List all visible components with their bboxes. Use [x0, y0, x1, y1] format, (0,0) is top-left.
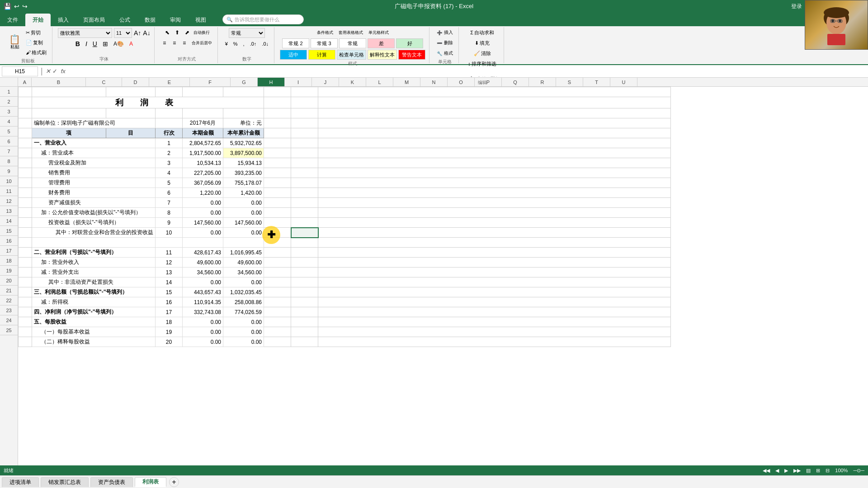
cell-G4[interactable]: [264, 118, 291, 128]
cell-F23[interactable]: 774,026.59: [223, 307, 264, 317]
cell-A1[interactable]: [19, 87, 32, 97]
col-header-D[interactable]: D: [122, 78, 149, 86]
row-num-24[interactable]: 24: [0, 315, 18, 325]
cell-F25[interactable]: 0.00: [223, 327, 264, 337]
cell-A3[interactable]: [19, 108, 32, 118]
cell-H10[interactable]: [291, 178, 318, 188]
cell-I4[interactable]: [318, 118, 671, 128]
cell-F7[interactable]: 3,897,500.00: [223, 148, 264, 158]
cell-rest10[interactable]: [318, 178, 671, 188]
cell-H12[interactable]: [291, 198, 318, 208]
cell-F3[interactable]: [223, 108, 264, 118]
cell-D25[interactable]: 19: [156, 327, 183, 337]
cell-E21[interactable]: 443,657.43: [183, 287, 223, 297]
row-num-17[interactable]: 17: [0, 246, 18, 256]
row-num-9[interactable]: 9: [0, 166, 18, 176]
cell-B1[interactable]: [32, 87, 106, 97]
scroll-left-one-btn[interactable]: ◀: [775, 468, 779, 474]
cell-rest11[interactable]: [318, 188, 671, 198]
explain-style[interactable]: 解释性文本: [368, 50, 397, 60]
cell-rest6[interactable]: [318, 138, 671, 148]
cell-rest8[interactable]: [318, 158, 671, 168]
cell-I2[interactable]: [318, 97, 671, 108]
table-format-btn[interactable]: 套用表格格式: [337, 28, 365, 37]
neutral-style[interactable]: 适中: [280, 50, 307, 60]
cell-A25[interactable]: [19, 327, 32, 337]
cell-B14[interactable]: 投资收益（损失以"-"号填列）: [32, 218, 156, 228]
cell-B13[interactable]: 加：公允价值变动收益(损失以"-"号填列）: [32, 208, 156, 218]
login-label[interactable]: 登录: [791, 3, 802, 10]
cell-G17[interactable]: [264, 248, 291, 258]
border-btn[interactable]: ⊞: [101, 39, 110, 48]
col-header-K[interactable]: K: [339, 78, 366, 86]
scroll-right-btn[interactable]: ▶▶: [793, 468, 801, 474]
cell-A2[interactable]: [19, 97, 32, 108]
cell-H17[interactable]: [291, 248, 318, 258]
cell-E13[interactable]: 0.00: [183, 208, 223, 218]
format-cells-btn[interactable]: 🔧 格式: [435, 49, 455, 58]
cell-A24[interactable]: [19, 317, 32, 327]
cell-E26[interactable]: 0.00: [183, 337, 223, 347]
cell-G13[interactable]: [264, 208, 291, 218]
cell-G1[interactable]: [264, 87, 291, 97]
font-size-select[interactable]: 11: [114, 28, 132, 38]
cell-H2[interactable]: [291, 97, 318, 108]
warning-style[interactable]: 警告文本: [398, 50, 425, 60]
cell-rest26[interactable]: [318, 337, 671, 347]
cell-D12[interactable]: 7: [156, 198, 183, 208]
cell-E18[interactable]: 49,600.00: [183, 258, 223, 267]
cell-A4[interactable]: [19, 118, 32, 128]
cell-A26[interactable]: [19, 337, 32, 347]
cell-F5[interactable]: 本年累计金额: [223, 128, 264, 138]
cell-rest12[interactable]: [318, 198, 671, 208]
col-header-C[interactable]: C: [86, 78, 122, 86]
cell-H8[interactable]: [291, 158, 318, 168]
cell-F8[interactable]: 15,934.13: [223, 158, 264, 168]
cell-G5[interactable]: [264, 128, 291, 138]
cell-F11[interactable]: 1,420.00: [223, 188, 264, 198]
col-header-M[interactable]: M: [393, 78, 420, 86]
cell-H25[interactable]: [291, 327, 318, 337]
row-num-13[interactable]: 13: [0, 206, 18, 216]
cell-C3[interactable]: [106, 108, 155, 118]
cell-D3[interactable]: [156, 108, 183, 118]
cell-G14[interactable]: [264, 218, 291, 228]
cell-F10[interactable]: 755,178.07: [223, 178, 264, 188]
cell-I5[interactable]: [318, 128, 671, 138]
cell-F15[interactable]: 0.00: [223, 228, 264, 238]
cell-B21[interactable]: 三、利润总额（亏损总额以"-"号填列）: [32, 287, 156, 297]
format-painter-btn[interactable]: 🖌 格式刷: [24, 48, 48, 57]
cell-C1[interactable]: [106, 87, 155, 97]
col-header-J[interactable]: J: [312, 78, 339, 86]
cell-rest24[interactable]: [318, 317, 671, 327]
cell-G6[interactable]: [264, 138, 291, 148]
cell-G3[interactable]: [264, 108, 291, 118]
cell-H19[interactable]: [291, 267, 318, 277]
row-num-2[interactable]: 2: [0, 97, 18, 107]
align-top-right-btn[interactable]: ⬈: [183, 28, 192, 37]
cell-G19[interactable]: [264, 267, 291, 277]
cell-E17[interactable]: 428,617.43: [183, 248, 223, 258]
cell-F21[interactable]: 1,032,035.45: [223, 287, 264, 297]
cell-E16[interactable]: [183, 238, 223, 248]
cell-E20[interactable]: 0.00: [183, 277, 223, 287]
cell-B10[interactable]: 管理费用: [32, 178, 156, 188]
sheet-tab-1[interactable]: 进项清单: [2, 477, 39, 487]
row-num-1[interactable]: 1: [0, 87, 18, 97]
redo-icon[interactable]: ↪: [22, 3, 28, 10]
align-top-left-btn[interactable]: ⬉: [163, 28, 172, 37]
col-header-F[interactable]: F: [190, 78, 231, 86]
tab-data[interactable]: 数据: [137, 14, 163, 26]
cell-rest21[interactable]: [318, 287, 671, 297]
cell-A18[interactable]: [19, 258, 32, 267]
cell-F16[interactable]: [223, 238, 264, 248]
cell-rest19[interactable]: [318, 267, 671, 277]
cut-btn[interactable]: ✂ 剪切: [24, 28, 48, 37]
scroll-left-btn[interactable]: ◀◀: [763, 468, 770, 474]
cell-B18[interactable]: 加：营业外收入: [32, 258, 156, 267]
view-normal-btn[interactable]: ▤: [806, 468, 811, 474]
cell-D14[interactable]: 9: [156, 218, 183, 228]
cell-B6[interactable]: 一、营业收入: [32, 138, 156, 148]
row-num-25[interactable]: 25: [0, 325, 18, 335]
formula-input[interactable]: [69, 66, 866, 76]
